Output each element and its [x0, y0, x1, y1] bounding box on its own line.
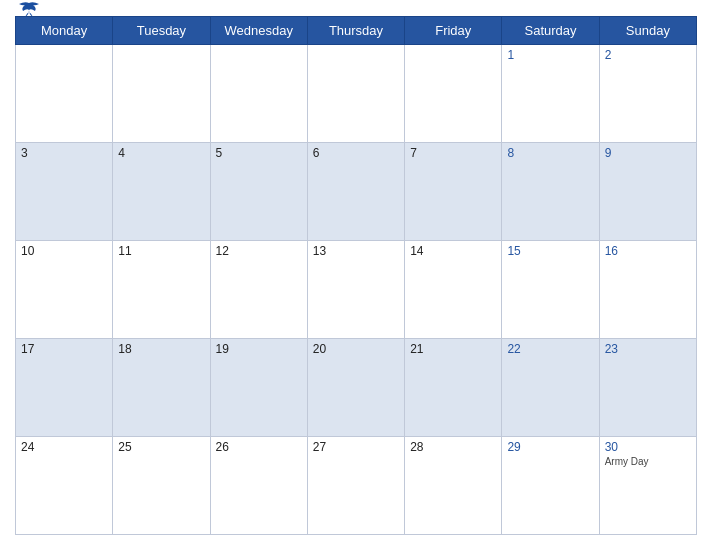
- weekday-header-tuesday: Tuesday: [113, 17, 210, 45]
- calendar-day-cell: [16, 45, 113, 143]
- calendar-day-cell: 23: [599, 339, 696, 437]
- day-number: 29: [507, 440, 593, 454]
- day-number: 23: [605, 342, 691, 356]
- day-number: 17: [21, 342, 107, 356]
- calendar-day-cell: 25: [113, 437, 210, 535]
- calendar-day-cell: 27: [307, 437, 404, 535]
- calendar-day-cell: [405, 45, 502, 143]
- day-number: 2: [605, 48, 691, 62]
- calendar-day-cell: 21: [405, 339, 502, 437]
- day-number: 26: [216, 440, 302, 454]
- day-number: 7: [410, 146, 496, 160]
- calendar-day-cell: [210, 45, 307, 143]
- calendar-week-row: 12: [16, 45, 697, 143]
- day-number: 10: [21, 244, 107, 258]
- day-number: 1: [507, 48, 593, 62]
- calendar-day-cell: 9: [599, 143, 696, 241]
- calendar-week-row: 17181920212223: [16, 339, 697, 437]
- day-number: 19: [216, 342, 302, 356]
- day-number: 20: [313, 342, 399, 356]
- calendar-day-cell: 19: [210, 339, 307, 437]
- calendar-week-row: 3456789: [16, 143, 697, 241]
- calendar-day-cell: 5: [210, 143, 307, 241]
- calendar-day-cell: 8: [502, 143, 599, 241]
- calendar-day-cell: 26: [210, 437, 307, 535]
- day-number: 14: [410, 244, 496, 258]
- calendar-day-cell: 10: [16, 241, 113, 339]
- day-number: 8: [507, 146, 593, 160]
- weekday-header-thursday: Thursday: [307, 17, 404, 45]
- logo-bird-icon: [15, 1, 43, 19]
- day-number: 6: [313, 146, 399, 160]
- day-number: 5: [216, 146, 302, 160]
- day-number: 11: [118, 244, 204, 258]
- day-number: 30: [605, 440, 691, 454]
- day-number: 27: [313, 440, 399, 454]
- day-number: 28: [410, 440, 496, 454]
- weekday-header-row: MondayTuesdayWednesdayThursdayFridaySatu…: [16, 17, 697, 45]
- day-number: 25: [118, 440, 204, 454]
- calendar-day-cell: 22: [502, 339, 599, 437]
- calendar-day-cell: 2: [599, 45, 696, 143]
- weekday-header-saturday: Saturday: [502, 17, 599, 45]
- calendar-day-cell: 7: [405, 143, 502, 241]
- day-number: 22: [507, 342, 593, 356]
- calendar-day-cell: 15: [502, 241, 599, 339]
- calendar-day-cell: 14: [405, 241, 502, 339]
- day-number: 3: [21, 146, 107, 160]
- day-number: 9: [605, 146, 691, 160]
- calendar-day-cell: 24: [16, 437, 113, 535]
- event-label: Army Day: [605, 456, 691, 467]
- calendar-day-cell: 17: [16, 339, 113, 437]
- logo: [15, 1, 43, 19]
- calendar-day-cell: 3: [16, 143, 113, 241]
- calendar-day-cell: 29: [502, 437, 599, 535]
- day-number: 21: [410, 342, 496, 356]
- weekday-header-sunday: Sunday: [599, 17, 696, 45]
- day-number: 16: [605, 244, 691, 258]
- calendar-day-cell: 11: [113, 241, 210, 339]
- calendar-week-row: 24252627282930Army Day: [16, 437, 697, 535]
- day-number: 13: [313, 244, 399, 258]
- calendar-table: MondayTuesdayWednesdayThursdayFridaySatu…: [15, 16, 697, 535]
- calendar-day-cell: 12: [210, 241, 307, 339]
- calendar-day-cell: 16: [599, 241, 696, 339]
- calendar-day-cell: 28: [405, 437, 502, 535]
- calendar-week-row: 10111213141516: [16, 241, 697, 339]
- calendar-day-cell: 18: [113, 339, 210, 437]
- calendar-day-cell: [113, 45, 210, 143]
- day-number: 24: [21, 440, 107, 454]
- calendar-day-cell: 1: [502, 45, 599, 143]
- day-number: 15: [507, 244, 593, 258]
- calendar-wrapper: MondayTuesdayWednesdayThursdayFridaySatu…: [0, 0, 712, 550]
- weekday-header-friday: Friday: [405, 17, 502, 45]
- day-number: 18: [118, 342, 204, 356]
- calendar-day-cell: 30Army Day: [599, 437, 696, 535]
- weekday-header-monday: Monday: [16, 17, 113, 45]
- calendar-day-cell: 13: [307, 241, 404, 339]
- weekday-header-wednesday: Wednesday: [210, 17, 307, 45]
- day-number: 4: [118, 146, 204, 160]
- calendar-day-cell: 20: [307, 339, 404, 437]
- calendar-day-cell: [307, 45, 404, 143]
- calendar-day-cell: 6: [307, 143, 404, 241]
- calendar-day-cell: 4: [113, 143, 210, 241]
- day-number: 12: [216, 244, 302, 258]
